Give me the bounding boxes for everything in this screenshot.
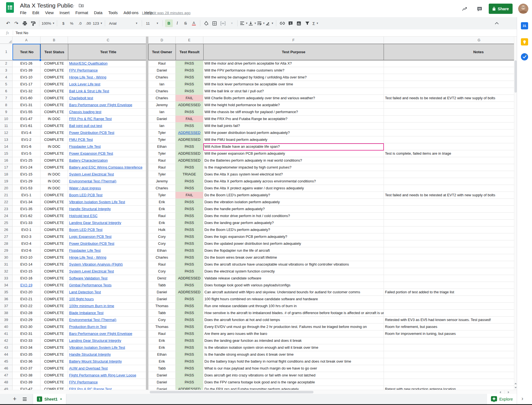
cell-notes[interactable] (384, 365, 514, 372)
test-title-link[interactable]: Battery Mount Structural Integrity (69, 359, 122, 363)
cell-test-owner[interactable]: Charles (148, 95, 176, 102)
cell-test-result[interactable]: PASS (176, 261, 203, 268)
cell-test-no[interactable]: EV1-39 (12, 67, 40, 74)
test-title-link[interactable]: Flight Performance with Ring Lever Loose (69, 373, 136, 377)
borders-button[interactable] (211, 19, 219, 27)
cell-notes[interactable] (384, 344, 514, 351)
row-header[interactable]: 32 (0, 268, 12, 275)
cell-test-purpose[interactable]: Does the electrical system function corr… (203, 268, 384, 275)
cell-test-purpose[interactable]: Will the motor and drive perform accepta… (203, 60, 384, 67)
column-header-e[interactable]: E (176, 37, 203, 44)
cell-test-purpose[interactable]: Do the Batteries perform adequately in r… (203, 157, 384, 164)
cell-test-purpose[interactable]: 100 flight hours combined on release can… (203, 296, 384, 303)
cell-test-result[interactable]: PASS (176, 199, 203, 206)
cell-test-title[interactable]: System Vibration Analysis (Flight) (68, 261, 148, 268)
cell-test-title[interactable]: Environmental Test (Thermal) (68, 317, 148, 324)
cell-test-owner[interactable]: Daniel (148, 296, 176, 303)
cell-test-result[interactable]: PASS (176, 358, 203, 365)
test-title-link[interactable]: Boom LED PCB Test (69, 228, 102, 232)
cell-test-status[interactable]: COMPLETE (40, 386, 68, 390)
test-title-link[interactable]: Vibration Isolation System Life Test (69, 345, 125, 350)
last-edit-link[interactable]: Last edit was 28 minutes ago (142, 11, 191, 15)
cell-test-title[interactable]: Logic Expansion PCB Test (68, 233, 148, 240)
cell-test-purpose[interactable]: Will the FRX Pro and Futaba Range be acc… (203, 116, 384, 123)
cell-test-status[interactable]: COMPLETE (40, 337, 68, 344)
cell-test-title[interactable]: Production Burn-in Test (68, 324, 148, 330)
cell-test-no[interactable]: EV1-34 (12, 199, 40, 206)
cell-test-title[interactable]: FMU PCB Test (68, 136, 148, 143)
test-title-link[interactable]: FRX Pro & RC Range Test (69, 117, 112, 121)
font-select[interactable]: Arial▼ (107, 19, 140, 27)
cell-test-status[interactable]: COMPLETE (40, 109, 68, 116)
cell-test-result[interactable]: PASS (176, 206, 203, 213)
test-title-link[interactable]: Vibration Isolation System Life Test (69, 200, 125, 204)
cell-test-owner[interactable]: Erik (148, 337, 176, 344)
row-header[interactable]: 15 (0, 150, 12, 157)
cell-test-title[interactable]: Vibration Isolation System Life Test (68, 344, 148, 351)
frozen-column-divider[interactable] (146, 37, 148, 390)
cell-test-title[interactable]: Flopdapter Life Test (68, 247, 148, 254)
cell-test-result[interactable]: PASS (176, 143, 203, 150)
cell-test-title[interactable]: Ball joint pull out test (68, 123, 148, 129)
test-title-link[interactable]: FPV Performance (69, 68, 98, 72)
cell-test-purpose[interactable]: How senstive is the aircraft to imbalanc… (203, 310, 384, 317)
cell-test-result[interactable]: PASS (176, 337, 203, 344)
row-header[interactable]: 35 (0, 289, 12, 296)
cell-notes[interactable]: Test failed and needs to be retested at … (384, 192, 514, 199)
cell-header-notes[interactable]: Notes (384, 44, 514, 60)
cell-notes[interactable] (384, 74, 514, 81)
cell-test-purpose[interactable]: Will the wiring be damaged by folding / … (203, 74, 384, 81)
cell-test-title[interactable]: Chassis loading test (68, 109, 148, 116)
vertical-scrollbar[interactable] (514, 37, 517, 390)
cell-notes[interactable] (384, 240, 514, 247)
cell-notes[interactable] (384, 60, 514, 67)
cell-test-owner[interactable]: Tyler (148, 192, 176, 199)
cell-test-purpose[interactable]: What is our max payload and how much mar… (203, 365, 384, 372)
cell-test-owner[interactable]: Erik (148, 206, 176, 213)
cell-test-title[interactable]: FPV Performance (68, 379, 148, 386)
cell-test-result[interactable]: PASS (176, 330, 203, 337)
cell-notes[interactable] (384, 143, 514, 150)
cell-test-no[interactable]: EV2-22 (12, 303, 40, 310)
cell-test-status[interactable]: COMPLETE (40, 296, 68, 303)
row-header[interactable]: 48 (0, 379, 12, 386)
cell-test-title[interactable]: Power Distribution PCB Test (68, 240, 148, 247)
cell-notes[interactable] (384, 136, 514, 143)
test-title-link[interactable]: Hinge Life Test - Wiring (69, 75, 106, 79)
cell-test-no[interactable]: EV1-4 (12, 129, 40, 136)
collapse-toolbar-icon[interactable] (493, 20, 500, 27)
scroll-right-button[interactable] (504, 390, 513, 394)
cell-test-no[interactable]: EV2-10 (12, 254, 40, 261)
test-title-link[interactable]: Chassis loading test (69, 110, 101, 114)
filter-button[interactable] (303, 19, 311, 27)
cell-notes[interactable]: Retest with new production antenna locat… (384, 386, 514, 390)
cell-test-title[interactable]: Landing Gear Structural Integrity (68, 337, 148, 344)
cell-test-title[interactable]: Motor/ESC Qualification (68, 60, 148, 67)
redo-button[interactable]: ↷ (12, 19, 20, 27)
cell-test-result[interactable]: ADDRESSED (176, 102, 203, 109)
cell-test-purpose[interactable]: Does the Alta X pass system level electr… (203, 171, 384, 178)
row-header[interactable]: 12 (0, 129, 12, 136)
test-title-link[interactable]: Power Distribution PCB Test (69, 241, 114, 246)
cell-test-purpose[interactable]: Validate release candidate software (203, 275, 384, 282)
cell-notes[interactable] (384, 185, 514, 192)
cell-test-owner[interactable]: Ethan (148, 247, 176, 254)
cell-notes[interactable]: Test failed and needs to be retested at … (384, 95, 514, 102)
row-header[interactable]: 17 (0, 164, 12, 171)
cell-test-result[interactable]: PASS (176, 88, 203, 95)
cell-test-result[interactable]: FAIL (176, 116, 203, 123)
sheet-tab-active[interactable]: 1 Sheet1 ▼ (33, 394, 66, 404)
row-header[interactable]: 19 (0, 178, 12, 185)
test-title-link[interactable]: FRX Pro & RC Range Test (69, 387, 112, 390)
cell-test-title[interactable]: FRX Pro & RC Range Test (68, 386, 148, 390)
cell-test-owner[interactable]: Tyler (148, 171, 176, 178)
cell-test-owner[interactable]: Raul (148, 261, 176, 268)
cell-test-owner[interactable]: Ethan (148, 143, 176, 150)
print-button[interactable] (21, 19, 29, 27)
cell-test-owner[interactable]: Charles (148, 74, 176, 81)
row-header[interactable]: 36 (0, 296, 12, 303)
row-header[interactable]: 31 (0, 261, 12, 268)
cell-test-no[interactable]: EV2-47 (12, 386, 40, 390)
test-title-link[interactable]: Power Distribution PCB Test (69, 131, 114, 135)
italic-button[interactable]: I (173, 19, 181, 27)
